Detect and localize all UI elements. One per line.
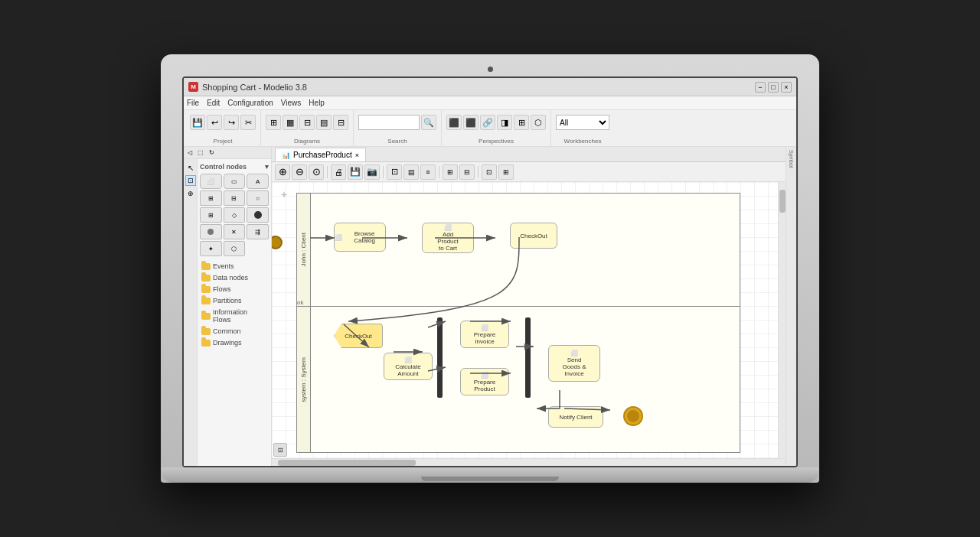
palette-rounded-2[interactable]: ▭ <box>224 174 246 189</box>
sidebar-category-events[interactable]: Events <box>200 261 269 272</box>
menu-file[interactable]: File <box>187 99 199 107</box>
palette-star[interactable]: ✦ <box>200 241 222 256</box>
palette-fork[interactable]: ⊟ <box>224 190 246 206</box>
sidebar-category-drawings[interactable]: Drawings <box>200 337 269 348</box>
diagram-btn-1[interactable]: ⊞ <box>266 115 281 130</box>
palette-grid: ⬜ ▭ A ⊞ ⊟ ○ ⊞ ◇ ✕ <box>200 172 269 258</box>
zoom-reset-button[interactable]: ⊙ <box>309 164 324 180</box>
scissors-button[interactable]: ✂ <box>240 115 256 130</box>
prepare-invoice-node[interactable]: ⬜ Prepare Invoice <box>460 321 509 348</box>
grid-button[interactable]: ⊞ <box>443 164 458 180</box>
fit-button[interactable]: ⊡ <box>482 164 497 180</box>
persp-btn-6[interactable]: ⬡ <box>531 115 546 130</box>
folder-icon-partitions <box>201 298 211 304</box>
diagram-btn-5[interactable]: ⊟ <box>333 115 348 130</box>
palette-group[interactable]: ⊞ <box>200 207 222 223</box>
sidebar-nav-top: ◁ ⬚ ↻ <box>184 147 271 159</box>
palette-collapse-icon[interactable]: ▾ <box>265 163 269 171</box>
checkout-client-node[interactable]: CheckOut <box>510 223 557 249</box>
menu-views[interactable]: Views <box>281 99 302 107</box>
menu-edit[interactable]: Edit <box>207 99 220 107</box>
layout-button[interactable]: ▤ <box>403 164 419 180</box>
folder-icon-common <box>201 328 211 335</box>
save-button[interactable]: 💾 <box>190 115 205 130</box>
snap-button[interactable]: ⊟ <box>459 164 475 180</box>
diagram-tab[interactable]: 📊 PurchaseProduct × <box>275 148 366 161</box>
checkout-system-node[interactable]: CheckOut <box>334 324 383 348</box>
persp-btn-4[interactable]: ◨ <box>497 115 512 130</box>
maximize-button[interactable]: □ <box>768 82 779 93</box>
lane-system: system : System CheckOut <box>297 307 740 452</box>
add-product-node[interactable]: ⬜ Add Product to Cart <box>422 223 474 253</box>
nav-icon-1[interactable]: ◁ <box>185 148 194 158</box>
minimize-button[interactable]: − <box>755 82 766 93</box>
symbol-panel: Symbol <box>786 147 796 466</box>
sidebar-category-data-nodes[interactable]: Data nodes <box>200 272 269 283</box>
menu-configuration[interactable]: Configuration <box>227 99 273 107</box>
persp-btn-3[interactable]: 🔗 <box>480 115 495 130</box>
sidebar-category-common[interactable]: Common <box>200 326 269 337</box>
vertical-scrollbar[interactable] <box>778 182 786 458</box>
camera-button[interactable]: 📷 <box>364 164 380 180</box>
diagram-tab-bar: 📊 PurchaseProduct × <box>272 147 786 162</box>
map-indicator[interactable]: ⊡ <box>273 443 287 457</box>
diagram-btn-2[interactable]: ▦ <box>283 115 298 130</box>
undo-button[interactable]: ↩ <box>207 115 222 130</box>
prepare-product-node[interactable]: ⬜ PrepareProduct <box>460 368 509 395</box>
diagram-area: 📊 PurchaseProduct × ⊕ ⊖ ⊙ 🖨 <box>272 147 786 466</box>
toolbar-project: 💾 ↩ ↪ ✂ Project <box>185 110 261 146</box>
lane-system-label: system : System <box>300 357 307 402</box>
diag-sep-2 <box>383 166 384 178</box>
chart-button[interactable]: ≡ <box>420 164 436 180</box>
palette-label[interactable]: A <box>247 174 269 189</box>
save-diagram-button[interactable]: 💾 <box>348 164 363 180</box>
toolbar-project-label: Project <box>214 138 233 145</box>
diagram-tab-label: PurchaseProduct <box>293 151 352 159</box>
palette-join[interactable]: ⊞ <box>200 190 222 206</box>
nav-icon-3[interactable]: ↻ <box>207 148 216 158</box>
palette-x[interactable]: ✕ <box>224 224 246 239</box>
nav-select-icon[interactable]: ⊡ <box>185 175 196 186</box>
search-button[interactable]: 🔍 <box>421 115 436 130</box>
palette-circle-outline[interactable]: ○ <box>247 190 269 206</box>
fork-bar-2 <box>525 317 531 398</box>
toolbar-workbenches-label: Workbenches <box>564 138 602 145</box>
menu-help[interactable]: Help <box>309 99 325 107</box>
diagram-tab-close-icon[interactable]: × <box>355 151 359 159</box>
redo-button[interactable]: ↪ <box>224 115 239 130</box>
persp-btn-5[interactable]: ⊞ <box>514 115 529 130</box>
palette-rounded-rect[interactable]: ⬜ <box>200 174 222 189</box>
horizontal-scrollbar[interactable] <box>272 458 786 466</box>
close-button[interactable]: × <box>781 82 792 93</box>
lane-john-label-cell: John : Client <box>297 194 311 306</box>
palette-filled-circle[interactable] <box>247 207 269 223</box>
browse-catalog-node[interactable]: ⬜ Browse Catalog <box>334 223 386 252</box>
sidebar-category-info-flows[interactable]: Information Flows <box>200 307 269 325</box>
nav-cursor-icon[interactable]: ↖ <box>185 162 196 173</box>
expand-button[interactable]: ⊞ <box>498 164 514 180</box>
workbench-select[interactable]: All <box>556 115 609 130</box>
select-area-button[interactable]: ⊡ <box>387 164 402 180</box>
palette-arrows[interactable]: ⇶ <box>247 224 269 239</box>
toolbar-diagrams-label: Diagrams <box>294 138 320 145</box>
persp-btn-1[interactable]: ⬛ <box>446 115 462 130</box>
nav-move-icon[interactable]: ⊕ <box>185 188 196 199</box>
nav-icon-2[interactable]: ⬚ <box>196 148 205 158</box>
sidebar-category-partitions[interactable]: Partitions <box>200 295 269 306</box>
persp-btn-2[interactable]: ⬛ <box>463 115 479 130</box>
diagram-btn-3[interactable]: ⊟ <box>299 115 315 130</box>
diagram-btn-4[interactable]: ▤ <box>316 115 332 130</box>
zoom-out-button[interactable]: ⊖ <box>292 164 307 180</box>
final-node <box>625 408 642 425</box>
send-goods-node[interactable]: ⬜ Send Goods & Invoice <box>548 345 600 382</box>
search-input[interactable] <box>358 115 420 130</box>
palette-rounded-sq[interactable]: ⬡ <box>224 241 246 256</box>
palette-small-circle[interactable] <box>200 224 222 239</box>
lane-john-client: John : Client ⬜ Br <box>297 194 740 307</box>
palette-merge[interactable]: ◇ <box>224 207 246 223</box>
calculate-amount-node[interactable]: ⬜ Calculate Amount <box>384 353 433 380</box>
sidebar-category-flows[interactable]: Flows <box>200 284 269 295</box>
print-button[interactable]: 🖨 <box>331 164 346 180</box>
zoom-in-button[interactable]: ⊕ <box>275 164 290 180</box>
notify-client-node[interactable]: Notify Client <box>548 406 603 428</box>
